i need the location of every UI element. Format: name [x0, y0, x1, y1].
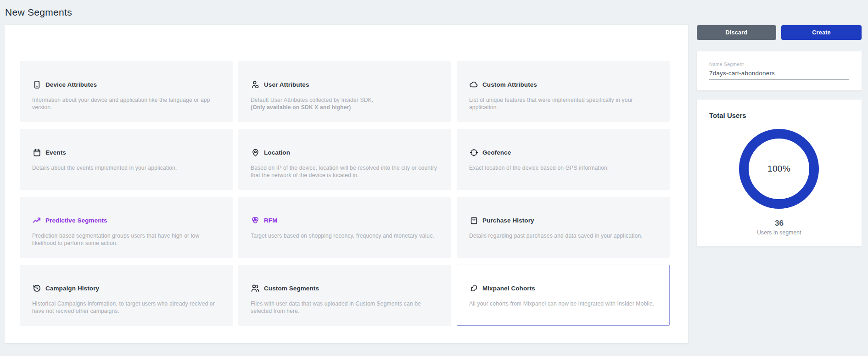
cloud-icon	[469, 80, 478, 89]
trending-up-icon	[32, 216, 41, 225]
category-card-predictive-segments[interactable]: Predictive Segments Prediction based seg…	[20, 197, 233, 258]
category-description: Default User Attributes collected by Ins…	[251, 96, 440, 104]
category-description: Files with user data that was uploaded i…	[251, 300, 440, 315]
category-card-purchase-history[interactable]: Purchase History Details regarding past …	[457, 197, 670, 258]
category-card-campaign-history[interactable]: Campaign History Historical Campaigns in…	[20, 265, 233, 326]
name-segment-card: Name Segment	[697, 51, 862, 90]
category-description: Exact location of the device based on GP…	[469, 164, 658, 172]
category-card-events[interactable]: Events Details about the events implemen…	[20, 129, 233, 190]
category-title: Location	[264, 149, 290, 156]
name-segment-label: Name Segment	[709, 61, 849, 67]
calendar-icon	[32, 148, 41, 157]
category-title: Geofence	[482, 149, 511, 156]
users-count-caption: Users in segment	[697, 229, 862, 236]
venn-circles-icon	[251, 216, 260, 225]
users-group-icon	[251, 284, 260, 293]
device-icon	[32, 80, 41, 89]
users-count: 36	[697, 219, 862, 228]
total-users-donut: 100%	[733, 123, 825, 215]
integration-link-icon	[469, 284, 478, 293]
category-description-note: (Only available on SDK X and higher)	[251, 104, 440, 111]
category-title: Predictive Segments	[45, 217, 107, 224]
page-title: New Segments	[5, 7, 72, 18]
category-title: User Attributes	[264, 81, 309, 88]
category-card-custom-attributes[interactable]: Custom Attributes List of unique feature…	[457, 61, 670, 122]
total-users-percent: 100%	[733, 123, 825, 215]
category-card-rfm[interactable]: RFM Target users based on shopping recen…	[238, 197, 451, 258]
category-title: RFM	[264, 217, 278, 224]
category-description: Based on IP of the device, location will…	[251, 164, 440, 179]
total-users-card: Total Users 100% 36 Users in segment	[697, 100, 862, 246]
category-description: Prediction based segmentation groups use…	[32, 232, 221, 247]
category-card-device-attributes[interactable]: Device Attributes Information about your…	[20, 61, 233, 122]
category-description: Information about your device and applic…	[32, 96, 221, 111]
category-card-mixpanel-cohorts[interactable]: Mixpanel Cohorts All your cohorts from M…	[457, 265, 670, 326]
category-card-user-attributes[interactable]: User Attributes Default User Attributes …	[238, 61, 451, 122]
category-description: List of unique features that were implem…	[469, 96, 658, 111]
category-card-location[interactable]: Location Based on IP of the device, loca…	[238, 129, 451, 190]
segment-category-panel: Choose a category before creating a new …	[5, 25, 688, 343]
map-pin-icon	[251, 148, 260, 157]
category-description: Details about the events implemented in …	[32, 164, 221, 172]
category-description: Details regarding past purchases and dat…	[469, 232, 658, 239]
category-title: Purchase History	[482, 217, 534, 224]
category-card-custom-segments[interactable]: Custom Segments Files with user data tha…	[238, 265, 451, 326]
name-segment-input[interactable]	[709, 70, 849, 80]
category-title: Events	[45, 149, 66, 156]
category-title: Mixpanel Cohorts	[482, 285, 535, 292]
category-title: Campaign History	[45, 285, 99, 292]
category-description: Target users based on shopping recency, …	[251, 232, 440, 239]
category-description: Historical Campaigns information, to tar…	[32, 300, 221, 315]
discard-button[interactable]: Discard	[697, 25, 776, 40]
total-users-heading: Total Users	[709, 111, 746, 119]
user-badge-icon	[251, 80, 260, 89]
geofence-target-icon	[469, 148, 478, 157]
shopping-bag-icon	[469, 216, 478, 225]
category-title: Custom Attributes	[482, 81, 537, 88]
history-clock-icon	[32, 284, 41, 293]
create-button[interactable]: Create	[781, 25, 862, 40]
category-card-geofence[interactable]: Geofence Exact location of the device ba…	[457, 129, 670, 190]
category-description: All your cohorts from Mixpanel can now b…	[469, 300, 658, 307]
category-title: Device Attributes	[45, 81, 97, 88]
category-title: Custom Segments	[264, 285, 319, 292]
category-cards-grid: Device Attributes Information about your…	[20, 61, 670, 326]
